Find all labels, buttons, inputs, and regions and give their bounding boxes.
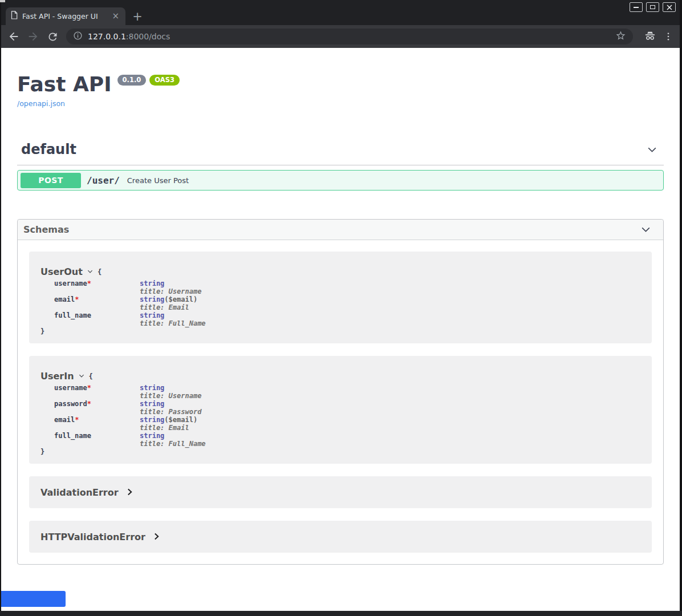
property-row: full_name stringtitle: Full_Name xyxy=(54,432,206,448)
property-type: string xyxy=(140,279,164,287)
property-type: string xyxy=(140,295,164,303)
browser-toolbar: 127.0.0.1:8000/docs xyxy=(0,25,682,48)
browser-menu-button[interactable] xyxy=(661,30,675,43)
property-row: username* stringtitle: Username xyxy=(54,384,206,400)
chevron-down-icon[interactable] xyxy=(646,144,658,156)
required-star: * xyxy=(87,384,91,392)
browser-titlebar: Fast API - Swagger UI × + xyxy=(0,0,682,25)
api-info-block: Fast API 0.1.0 OAS3 /openapi.json xyxy=(17,48,664,108)
forward-button[interactable] xyxy=(26,30,40,43)
window-close-button[interactable] xyxy=(663,2,676,12)
property-type: string xyxy=(140,311,164,319)
property-type: string xyxy=(140,432,164,440)
property-format: ($email) xyxy=(164,416,197,424)
property-title: title: Password xyxy=(140,408,206,416)
property-name: username xyxy=(54,384,87,392)
property-title: title: Full_Name xyxy=(140,440,206,448)
required-star: * xyxy=(75,295,79,303)
maximize-icon xyxy=(650,5,655,9)
badges: 0.1.0 OAS3 xyxy=(117,75,180,86)
model-userin-toggle[interactable]: UserIn { xyxy=(40,371,640,382)
tab-title: Fast API - Swagger UI xyxy=(22,12,106,21)
close-brace: } xyxy=(40,448,640,456)
property-name: password xyxy=(54,400,87,408)
property-row: email* string($email)title: Email xyxy=(54,416,206,432)
required-star: * xyxy=(75,416,79,424)
schemas-heading: Schemas xyxy=(23,224,69,235)
incognito-icon xyxy=(643,30,657,43)
property-type: string xyxy=(140,416,164,424)
close-icon xyxy=(667,5,672,10)
property-title: title: Username xyxy=(140,287,206,295)
window-controls xyxy=(630,2,676,12)
url-path: :8000/docs xyxy=(126,32,170,41)
chevron-down-icon[interactable] xyxy=(640,224,652,236)
model-userin: UserIn { username* stringtitle: Username… xyxy=(29,356,652,464)
property-format: ($email) xyxy=(164,295,197,303)
browser-tab[interactable]: Fast API - Swagger UI × xyxy=(6,7,125,25)
model-properties: username* stringtitle: Username password… xyxy=(54,384,206,448)
required-star: * xyxy=(87,400,91,408)
window-border-right xyxy=(680,0,682,616)
operation-summary: Create User Post xyxy=(127,176,189,185)
model-validationerror[interactable]: ValidationError xyxy=(29,476,652,508)
property-name: full_name xyxy=(54,311,91,319)
chevron-right-icon xyxy=(154,532,159,542)
property-row: username* stringtitle: Username xyxy=(54,279,206,295)
status-bubble xyxy=(1,591,66,607)
close-brace: } xyxy=(40,327,640,335)
model-title: HTTPValidationError xyxy=(40,532,145,542)
openapi-spec-link[interactable]: /openapi.json xyxy=(17,99,65,108)
chevron-down-icon xyxy=(78,371,85,382)
property-title: title: Email xyxy=(140,303,206,311)
model-properties: username* stringtitle: Username email* s… xyxy=(54,279,206,327)
property-type: string xyxy=(140,400,164,408)
open-brace: { xyxy=(89,371,93,382)
model-userout-toggle[interactable]: UserOut { xyxy=(40,266,640,278)
window-minimize-button[interactable] xyxy=(630,2,643,12)
operation-post-user[interactable]: POST /user/ Create User Post xyxy=(17,170,664,191)
model-title: UserIn xyxy=(40,371,74,382)
window-maximize-button[interactable] xyxy=(646,2,659,12)
property-name: email xyxy=(54,295,75,303)
tag-header[interactable]: default xyxy=(17,141,664,165)
minimize-icon xyxy=(634,7,639,8)
tab-close-icon[interactable]: × xyxy=(111,12,120,21)
model-title: ValidationError xyxy=(40,487,119,498)
tag-name: default xyxy=(21,141,76,158)
chevron-down-icon xyxy=(87,266,94,278)
property-title: title: Email xyxy=(140,424,206,432)
version-badge: 0.1.0 xyxy=(117,75,147,86)
window-corner-artifact xyxy=(0,0,5,2)
property-row: full_name stringtitle: Full_Name xyxy=(54,311,206,327)
schemas-body: UserOut { username* stringtitle: Usernam… xyxy=(18,240,663,564)
bookmark-star-icon[interactable] xyxy=(615,30,626,43)
required-star: * xyxy=(87,279,91,287)
api-title: Fast API xyxy=(17,73,112,96)
page-file-icon xyxy=(11,11,18,22)
url-text[interactable]: 127.0.0.1:8000/docs xyxy=(88,32,170,41)
chevron-right-icon xyxy=(127,487,132,498)
address-bar[interactable]: 127.0.0.1:8000/docs xyxy=(66,29,633,44)
new-tab-button[interactable]: + xyxy=(130,7,145,25)
property-title: title: Username xyxy=(140,392,206,400)
property-type: string xyxy=(140,384,164,392)
swagger-page: Fast API 0.1.0 OAS3 /openapi.json defaul… xyxy=(1,48,680,611)
property-row: password* stringtitle: Password xyxy=(54,400,206,416)
model-httpvalidationerror[interactable]: HTTPValidationError xyxy=(29,521,652,553)
property-row: email* string($email)title: Email xyxy=(54,295,206,311)
open-brace: { xyxy=(98,266,102,278)
back-button[interactable] xyxy=(7,30,21,43)
oas3-badge: OAS3 xyxy=(149,75,180,86)
reload-button[interactable] xyxy=(46,30,59,43)
property-name: username xyxy=(54,279,87,287)
window-border-bottom xyxy=(0,611,682,616)
url-host: 127.0.0.1 xyxy=(88,32,126,41)
schemas-header[interactable]: Schemas xyxy=(18,220,663,240)
site-info-icon[interactable] xyxy=(73,31,83,43)
property-title: title: Full_Name xyxy=(140,319,206,327)
window-border-left xyxy=(0,0,1,616)
schemas-section: Schemas UserOut { xyxy=(17,219,664,565)
operation-path: /user/ xyxy=(87,175,120,186)
model-userout: UserOut { username* stringtitle: Usernam… xyxy=(29,252,652,343)
